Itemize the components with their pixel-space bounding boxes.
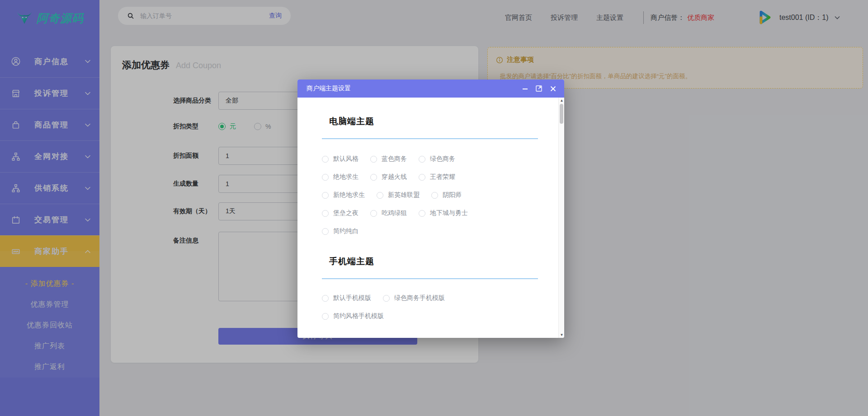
theme-option-简约风格手机模版[interactable]: 简约风格手机模版 [322, 312, 384, 320]
theme-option-label: 王者荣耀 [430, 173, 455, 181]
radio-unselected-icon [383, 295, 390, 302]
theme-option-蓝色商务[interactable]: 蓝色商务 [370, 155, 407, 163]
theme-option-绿色商务手机模版[interactable]: 绿色商务手机模版 [383, 294, 445, 302]
theme-option-新绝地求生[interactable]: 新绝地求生 [322, 191, 365, 199]
radio-unselected-icon [322, 174, 329, 181]
radio-unselected-icon [322, 228, 329, 235]
theme-option-王者荣耀[interactable]: 王者荣耀 [419, 173, 455, 181]
theme-option-label: 默认手机模版 [333, 294, 371, 302]
theme-option-堡垒之夜[interactable]: 堡垒之夜 [322, 209, 359, 217]
radio-unselected-icon [419, 210, 425, 217]
theme-radio-row: 简约纯白 [322, 227, 537, 236]
radio-unselected-icon [377, 192, 383, 199]
modal-scrollbar[interactable]: ▲ ▼ [558, 98, 564, 338]
radio-unselected-icon [419, 156, 425, 163]
theme-radio-row: 新绝地求生新英雄联盟阴阳师 [322, 191, 537, 200]
theme-option-label: 蓝色商务 [382, 155, 407, 163]
radio-unselected-icon [370, 210, 377, 217]
theme-option-吃鸡绿狙[interactable]: 吃鸡绿狙 [370, 209, 407, 217]
mobile-theme-options: 默认手机模版绿色商务手机模版简约风格手机模版 [322, 294, 537, 321]
radio-unselected-icon [431, 192, 438, 199]
theme-option-新英雄联盟[interactable]: 新英雄联盟 [377, 191, 420, 199]
theme-option-label: 绿色商务 [430, 155, 455, 163]
theme-option-默认风格[interactable]: 默认风格 [322, 155, 359, 163]
pc-theme-options: 默认风格蓝色商务绿色商务绝地求生穿越火线王者荣耀新绝地求生新英雄联盟阴阳师堡垒之… [322, 154, 537, 236]
scrollbar-down-icon[interactable]: ▼ [559, 333, 564, 337]
pc-theme-section-title: 电脑端主题 [329, 116, 537, 127]
theme-option-label: 吃鸡绿狙 [382, 209, 407, 217]
radio-unselected-icon [370, 156, 377, 163]
scrollbar-up-icon[interactable]: ▲ [559, 98, 564, 103]
screen: 阿奇源码 商户信息投诉管理商品管理全网对接供销系统交易管理商家助手 - 添加优惠… [0, 0, 868, 416]
theme-option-label: 默认风格 [333, 155, 359, 163]
theme-option-简约纯白[interactable]: 简约纯白 [322, 227, 359, 235]
maximize-icon[interactable] [535, 84, 543, 93]
theme-option-label: 地下城与勇士 [430, 209, 468, 217]
theme-option-label: 新英雄联盟 [388, 191, 420, 199]
theme-option-label: 穿越火线 [382, 173, 407, 181]
theme-option-label: 简约风格手机模版 [333, 312, 384, 320]
theme-option-label: 绿色商务手机模版 [394, 294, 445, 302]
theme-option-label: 简约纯白 [333, 227, 359, 235]
scrollbar-thumb[interactable] [560, 104, 563, 124]
radio-unselected-icon [322, 156, 329, 163]
theme-option-label: 阴阳师 [443, 191, 462, 199]
theme-radio-row: 简约风格手机模版 [322, 312, 537, 321]
radio-unselected-icon [419, 174, 425, 181]
radio-unselected-icon [322, 295, 329, 302]
radio-unselected-icon [322, 192, 329, 199]
theme-radio-row: 堡垒之夜吃鸡绿狙地下城与勇士 [322, 209, 537, 218]
theme-option-地下城与勇士[interactable]: 地下城与勇士 [419, 209, 468, 217]
theme-option-默认手机模版[interactable]: 默认手机模版 [322, 294, 371, 302]
theme-option-阴阳师[interactable]: 阴阳师 [431, 191, 462, 199]
modal-header[interactable]: 商户端主题设置 [297, 79, 564, 98]
modal-title: 商户端主题设置 [307, 84, 515, 93]
radio-unselected-icon [322, 210, 329, 217]
mobile-section-underline [322, 278, 538, 279]
theme-settings-modal: 商户端主题设置 电脑端主题 默认风格蓝色商务绿色商务绝地求生穿越火线王者荣耀新绝… [297, 79, 564, 338]
pc-section-underline [322, 138, 538, 139]
minimize-icon[interactable] [521, 84, 529, 93]
theme-radio-row: 默认手机模版绿色商务手机模版 [322, 294, 537, 303]
mobile-theme-section-title: 手机端主题 [329, 256, 537, 267]
theme-option-绝地求生[interactable]: 绝地求生 [322, 173, 359, 181]
theme-radio-row: 默认风格蓝色商务绿色商务 [322, 154, 537, 164]
theme-option-绿色商务[interactable]: 绿色商务 [419, 155, 455, 163]
theme-option-label: 堡垒之夜 [333, 209, 359, 217]
close-icon[interactable] [549, 84, 557, 93]
theme-option-穿越火线[interactable]: 穿越火线 [370, 173, 407, 181]
theme-option-label: 新绝地求生 [333, 191, 365, 199]
theme-option-label: 绝地求生 [333, 173, 359, 181]
modal-body: 电脑端主题 默认风格蓝色商务绿色商务绝地求生穿越火线王者荣耀新绝地求生新英雄联盟… [297, 98, 564, 338]
theme-radio-row: 绝地求生穿越火线王者荣耀 [322, 173, 537, 182]
radio-unselected-icon [370, 174, 377, 181]
radio-unselected-icon [322, 313, 329, 320]
